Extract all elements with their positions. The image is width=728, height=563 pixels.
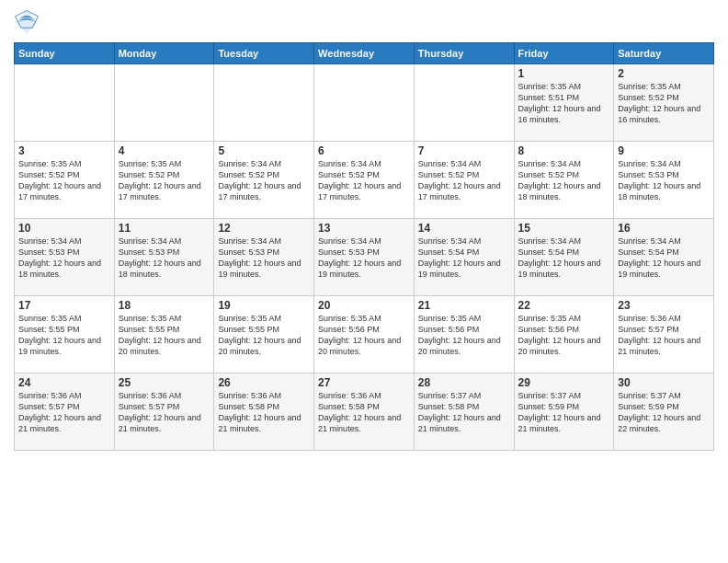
calendar-header: SundayMondayTuesdayWednesdayThursdayFrid… [15, 43, 714, 64]
day-number: 1 [518, 67, 610, 80]
day-number: 30 [618, 376, 710, 389]
calendar-cell: 19Sunrise: 5:35 AM Sunset: 5:55 PM Dayli… [214, 296, 314, 373]
calendar-cell [214, 64, 314, 142]
day-number: 6 [318, 144, 410, 157]
day-info: Sunrise: 5:34 AM Sunset: 5:53 PM Dayligh… [119, 236, 210, 281]
calendar-cell: 6Sunrise: 5:34 AM Sunset: 5:52 PM Daylig… [314, 142, 415, 219]
calendar-cell: 23Sunrise: 5:36 AM Sunset: 5:57 PM Dayli… [614, 296, 714, 373]
day-info: Sunrise: 5:34 AM Sunset: 5:53 PM Dayligh… [18, 236, 110, 281]
day-info: Sunrise: 5:37 AM Sunset: 5:59 PM Dayligh… [518, 390, 610, 435]
day-number: 12 [218, 222, 310, 235]
day-number: 7 [418, 144, 510, 157]
day-number: 27 [318, 376, 410, 389]
day-info: Sunrise: 5:34 AM Sunset: 5:53 PM Dayligh… [318, 236, 410, 281]
day-info: Sunrise: 5:34 AM Sunset: 5:52 PM Dayligh… [518, 158, 610, 203]
calendar-cell [15, 64, 115, 142]
calendar-cell: 20Sunrise: 5:35 AM Sunset: 5:56 PM Dayli… [314, 296, 415, 373]
calendar-cell: 16Sunrise: 5:34 AM Sunset: 5:54 PM Dayli… [614, 219, 714, 296]
calendar-cell: 18Sunrise: 5:35 AM Sunset: 5:55 PM Dayli… [114, 296, 214, 373]
day-number: 20 [318, 299, 410, 312]
calendar-cell: 10Sunrise: 5:34 AM Sunset: 5:53 PM Dayli… [15, 219, 115, 296]
day-info: Sunrise: 5:36 AM Sunset: 5:58 PM Dayligh… [218, 390, 310, 435]
calendar-week-1: 1Sunrise: 5:35 AM Sunset: 5:51 PM Daylig… [15, 64, 714, 142]
day-info: Sunrise: 5:35 AM Sunset: 5:56 PM Dayligh… [518, 313, 610, 358]
calendar-table: SundayMondayTuesdayWednesdayThursdayFrid… [14, 42, 714, 451]
page-container: SundayMondayTuesdayWednesdayThursdayFrid… [0, 0, 728, 460]
day-number: 23 [618, 299, 710, 312]
day-number: 13 [318, 222, 410, 235]
day-number: 11 [119, 222, 210, 235]
weekday-header-saturday: Saturday [614, 43, 714, 64]
calendar-week-2: 3Sunrise: 5:35 AM Sunset: 5:52 PM Daylig… [15, 142, 714, 219]
day-info: Sunrise: 5:36 AM Sunset: 5:57 PM Dayligh… [618, 313, 710, 358]
calendar-cell: 9Sunrise: 5:34 AM Sunset: 5:53 PM Daylig… [614, 142, 714, 219]
logo [14, 9, 43, 35]
calendar-cell: 14Sunrise: 5:34 AM Sunset: 5:54 PM Dayli… [414, 219, 514, 296]
day-number: 14 [418, 222, 510, 235]
day-number: 3 [18, 144, 110, 157]
day-number: 9 [618, 144, 710, 157]
calendar-cell: 22Sunrise: 5:35 AM Sunset: 5:56 PM Dayli… [514, 296, 614, 373]
day-number: 5 [218, 144, 310, 157]
day-number: 25 [119, 376, 210, 389]
day-info: Sunrise: 5:34 AM Sunset: 5:52 PM Dayligh… [418, 158, 510, 203]
day-info: Sunrise: 5:35 AM Sunset: 5:56 PM Dayligh… [418, 313, 510, 358]
day-info: Sunrise: 5:34 AM Sunset: 5:53 PM Dayligh… [618, 158, 710, 203]
calendar-week-4: 17Sunrise: 5:35 AM Sunset: 5:55 PM Dayli… [15, 296, 714, 373]
day-number: 18 [119, 299, 210, 312]
day-number: 29 [518, 376, 610, 389]
day-number: 15 [518, 222, 610, 235]
calendar-cell [314, 64, 415, 142]
day-info: Sunrise: 5:35 AM Sunset: 5:52 PM Dayligh… [119, 158, 210, 203]
day-number: 22 [518, 299, 610, 312]
day-info: Sunrise: 5:35 AM Sunset: 5:52 PM Dayligh… [18, 158, 110, 203]
calendar-cell: 24Sunrise: 5:36 AM Sunset: 5:57 PM Dayli… [15, 373, 115, 451]
weekday-header-tuesday: Tuesday [214, 43, 314, 64]
day-info: Sunrise: 5:35 AM Sunset: 5:55 PM Dayligh… [119, 313, 210, 358]
calendar-week-3: 10Sunrise: 5:34 AM Sunset: 5:53 PM Dayli… [15, 219, 714, 296]
logo-icon [14, 9, 40, 35]
calendar-cell: 4Sunrise: 5:35 AM Sunset: 5:52 PM Daylig… [114, 142, 214, 219]
calendar-week-5: 24Sunrise: 5:36 AM Sunset: 5:57 PM Dayli… [15, 373, 714, 451]
day-info: Sunrise: 5:35 AM Sunset: 5:51 PM Dayligh… [518, 81, 610, 126]
day-number: 19 [218, 299, 310, 312]
day-info: Sunrise: 5:36 AM Sunset: 5:57 PM Dayligh… [119, 390, 210, 435]
calendar-cell: 1Sunrise: 5:35 AM Sunset: 5:51 PM Daylig… [514, 64, 614, 142]
day-info: Sunrise: 5:37 AM Sunset: 5:59 PM Dayligh… [618, 390, 710, 435]
day-info: Sunrise: 5:34 AM Sunset: 5:53 PM Dayligh… [218, 236, 310, 281]
day-number: 17 [18, 299, 110, 312]
day-info: Sunrise: 5:35 AM Sunset: 5:52 PM Dayligh… [618, 81, 710, 126]
calendar-cell: 2Sunrise: 5:35 AM Sunset: 5:52 PM Daylig… [614, 64, 714, 142]
calendar-cell: 29Sunrise: 5:37 AM Sunset: 5:59 PM Dayli… [514, 373, 614, 451]
calendar-cell [114, 64, 214, 142]
weekday-header-thursday: Thursday [414, 43, 514, 64]
calendar-cell: 17Sunrise: 5:35 AM Sunset: 5:55 PM Dayli… [15, 296, 115, 373]
day-info: Sunrise: 5:34 AM Sunset: 5:52 PM Dayligh… [218, 158, 310, 203]
day-number: 2 [618, 67, 710, 80]
day-info: Sunrise: 5:34 AM Sunset: 5:54 PM Dayligh… [418, 236, 510, 281]
calendar-cell: 12Sunrise: 5:34 AM Sunset: 5:53 PM Dayli… [214, 219, 314, 296]
calendar-cell: 3Sunrise: 5:35 AM Sunset: 5:52 PM Daylig… [15, 142, 115, 219]
calendar-cell: 5Sunrise: 5:34 AM Sunset: 5:52 PM Daylig… [214, 142, 314, 219]
day-number: 26 [218, 376, 310, 389]
day-number: 10 [18, 222, 110, 235]
weekday-header-friday: Friday [514, 43, 614, 64]
svg-marker-0 [16, 11, 39, 34]
calendar-cell: 25Sunrise: 5:36 AM Sunset: 5:57 PM Dayli… [114, 373, 214, 451]
day-info: Sunrise: 5:35 AM Sunset: 5:55 PM Dayligh… [18, 313, 110, 358]
calendar-cell: 27Sunrise: 5:36 AM Sunset: 5:58 PM Dayli… [314, 373, 415, 451]
calendar-cell: 7Sunrise: 5:34 AM Sunset: 5:52 PM Daylig… [414, 142, 514, 219]
calendar-cell: 21Sunrise: 5:35 AM Sunset: 5:56 PM Dayli… [414, 296, 514, 373]
day-info: Sunrise: 5:36 AM Sunset: 5:57 PM Dayligh… [18, 390, 110, 435]
day-info: Sunrise: 5:35 AM Sunset: 5:56 PM Dayligh… [318, 313, 410, 358]
header [14, 9, 714, 35]
weekday-header-wednesday: Wednesday [314, 43, 415, 64]
day-info: Sunrise: 5:34 AM Sunset: 5:52 PM Dayligh… [318, 158, 410, 203]
day-info: Sunrise: 5:36 AM Sunset: 5:58 PM Dayligh… [318, 390, 410, 435]
calendar-cell [414, 64, 514, 142]
day-info: Sunrise: 5:34 AM Sunset: 5:54 PM Dayligh… [618, 236, 710, 281]
day-number: 21 [418, 299, 510, 312]
weekday-header-row: SundayMondayTuesdayWednesdayThursdayFrid… [15, 43, 714, 64]
calendar-cell: 8Sunrise: 5:34 AM Sunset: 5:52 PM Daylig… [514, 142, 614, 219]
day-info: Sunrise: 5:35 AM Sunset: 5:55 PM Dayligh… [218, 313, 310, 358]
